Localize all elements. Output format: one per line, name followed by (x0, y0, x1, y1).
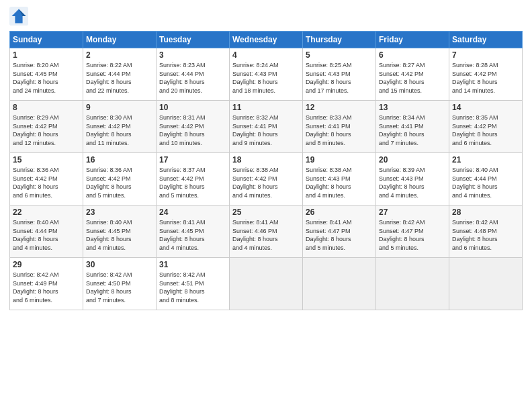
calendar-cell: 8Sunrise: 8:29 AMSunset: 4:42 PMDaylight… (10, 101, 83, 153)
calendar-cell: 3Sunrise: 8:23 AMSunset: 4:44 PMDaylight… (157, 48, 230, 101)
calendar-cell: 23Sunrise: 8:40 AMSunset: 4:45 PMDayligh… (83, 205, 157, 258)
cell-info: Sunrise: 8:42 AMSunset: 4:48 PMDaylight:… (452, 218, 519, 252)
day-number: 3 (159, 50, 226, 60)
week-row-2: 8Sunrise: 8:29 AMSunset: 4:42 PMDaylight… (10, 101, 523, 153)
logo (9, 7, 30, 26)
calendar-cell: 14Sunrise: 8:35 AMSunset: 4:42 PMDayligh… (449, 101, 523, 153)
day-number: 28 (452, 208, 519, 217)
cell-info: Sunrise: 8:38 AMSunset: 4:42 PMDaylight:… (232, 166, 300, 199)
day-number: 17 (159, 155, 226, 165)
day-number: 6 (379, 50, 446, 60)
cell-info: Sunrise: 8:36 AMSunset: 4:42 PMDaylight:… (13, 166, 80, 199)
calendar-cell (449, 258, 523, 310)
week-row-5: 29Sunrise: 8:42 AMSunset: 4:49 PMDayligh… (10, 258, 523, 310)
day-number: 13 (379, 103, 446, 112)
cell-info: Sunrise: 8:41 AMSunset: 4:45 PMDaylight:… (159, 218, 226, 252)
cell-info: Sunrise: 8:31 AMSunset: 4:42 PMDaylight:… (159, 113, 226, 147)
day-number: 7 (452, 50, 519, 60)
cell-info: Sunrise: 8:40 AMSunset: 4:44 PMDaylight:… (13, 218, 80, 252)
cell-info: Sunrise: 8:34 AMSunset: 4:41 PMDaylight:… (379, 113, 446, 147)
calendar-cell: 5Sunrise: 8:25 AMSunset: 4:43 PMDaylight… (303, 48, 376, 101)
calendar-cell: 22Sunrise: 8:40 AMSunset: 4:44 PMDayligh… (10, 205, 83, 258)
calendar-cell: 24Sunrise: 8:41 AMSunset: 4:45 PMDayligh… (157, 205, 230, 258)
cell-info: Sunrise: 8:23 AMSunset: 4:44 PMDaylight:… (159, 61, 226, 95)
cell-info: Sunrise: 8:29 AMSunset: 4:42 PMDaylight:… (13, 113, 80, 147)
calendar-cell: 30Sunrise: 8:42 AMSunset: 4:50 PMDayligh… (83, 258, 157, 310)
week-row-3: 15Sunrise: 8:36 AMSunset: 4:42 PMDayligh… (10, 153, 523, 205)
calendar-cell: 17Sunrise: 8:37 AMSunset: 4:42 PMDayligh… (157, 153, 230, 205)
header (9, 7, 523, 26)
cell-info: Sunrise: 8:40 AMSunset: 4:45 PMDaylight:… (86, 218, 153, 252)
day-number: 14 (452, 103, 519, 112)
cell-info: Sunrise: 8:42 AMSunset: 4:50 PMDaylight:… (86, 271, 153, 304)
cell-info: Sunrise: 8:41 AMSunset: 4:47 PMDaylight:… (306, 218, 373, 252)
cell-info: Sunrise: 8:22 AMSunset: 4:44 PMDaylight:… (86, 61, 153, 95)
calendar-cell (230, 258, 303, 310)
cell-info: Sunrise: 8:35 AMSunset: 4:42 PMDaylight:… (452, 113, 519, 147)
day-number: 22 (13, 208, 80, 217)
day-number: 29 (13, 260, 80, 269)
calendar-cell: 10Sunrise: 8:31 AMSunset: 4:42 PMDayligh… (157, 101, 230, 153)
calendar-cell: 19Sunrise: 8:38 AMSunset: 4:43 PMDayligh… (303, 153, 376, 205)
calendar-cell: 20Sunrise: 8:39 AMSunset: 4:43 PMDayligh… (376, 153, 449, 205)
day-number: 26 (306, 208, 373, 217)
day-number: 16 (86, 155, 153, 165)
cell-info: Sunrise: 8:32 AMSunset: 4:41 PMDaylight:… (232, 113, 300, 147)
cell-info: Sunrise: 8:24 AMSunset: 4:43 PMDaylight:… (232, 61, 300, 95)
day-number: 19 (306, 155, 373, 165)
calendar-cell: 28Sunrise: 8:42 AMSunset: 4:48 PMDayligh… (449, 205, 523, 258)
calendar-cell: 21Sunrise: 8:40 AMSunset: 4:44 PMDayligh… (449, 153, 523, 205)
cell-info: Sunrise: 8:33 AMSunset: 4:41 PMDaylight:… (306, 113, 373, 147)
calendar-cell: 16Sunrise: 8:36 AMSunset: 4:42 PMDayligh… (83, 153, 157, 205)
header-cell-wednesday: Wednesday (230, 32, 303, 48)
cell-info: Sunrise: 8:41 AMSunset: 4:46 PMDaylight:… (232, 218, 300, 252)
day-number: 24 (159, 208, 226, 217)
day-number: 15 (13, 155, 80, 165)
header-cell-friday: Friday (376, 32, 449, 48)
header-cell-saturday: Saturday (449, 32, 523, 48)
cell-info: Sunrise: 8:37 AMSunset: 4:42 PMDaylight:… (159, 166, 226, 199)
day-number: 11 (232, 103, 300, 112)
day-number: 10 (159, 103, 226, 112)
cell-info: Sunrise: 8:39 AMSunset: 4:43 PMDaylight:… (379, 166, 446, 199)
main-container: SundayMondayTuesdayWednesdayThursdayFrid… (0, 0, 532, 316)
calendar-cell: 9Sunrise: 8:30 AMSunset: 4:42 PMDaylight… (83, 101, 157, 153)
week-row-1: 1Sunrise: 8:20 AMSunset: 4:45 PMDaylight… (10, 48, 523, 101)
calendar-cell: 4Sunrise: 8:24 AMSunset: 4:43 PMDaylight… (230, 48, 303, 101)
calendar-cell: 31Sunrise: 8:42 AMSunset: 4:51 PMDayligh… (157, 258, 230, 310)
cell-info: Sunrise: 8:20 AMSunset: 4:45 PMDaylight:… (13, 61, 80, 95)
day-number: 25 (232, 208, 300, 217)
cell-info: Sunrise: 8:42 AMSunset: 4:47 PMDaylight:… (379, 218, 446, 252)
day-number: 8 (13, 103, 80, 112)
day-number: 4 (232, 50, 300, 60)
cell-info: Sunrise: 8:27 AMSunset: 4:42 PMDaylight:… (379, 61, 446, 95)
day-number: 21 (452, 155, 519, 165)
calendar-cell: 27Sunrise: 8:42 AMSunset: 4:47 PMDayligh… (376, 205, 449, 258)
day-number: 30 (86, 260, 153, 269)
header-cell-sunday: Sunday (10, 32, 83, 48)
day-number: 20 (379, 155, 446, 165)
cell-info: Sunrise: 8:38 AMSunset: 4:43 PMDaylight:… (306, 166, 373, 199)
cell-info: Sunrise: 8:28 AMSunset: 4:42 PMDaylight:… (452, 61, 519, 95)
day-number: 23 (86, 208, 153, 217)
calendar-cell: 6Sunrise: 8:27 AMSunset: 4:42 PMDaylight… (376, 48, 449, 101)
day-number: 27 (379, 208, 446, 217)
logo-icon (9, 7, 28, 26)
calendar-cell: 25Sunrise: 8:41 AMSunset: 4:46 PMDayligh… (230, 205, 303, 258)
calendar-cell: 2Sunrise: 8:22 AMSunset: 4:44 PMDaylight… (83, 48, 157, 101)
cell-info: Sunrise: 8:36 AMSunset: 4:42 PMDaylight:… (86, 166, 153, 199)
calendar-cell (376, 258, 449, 310)
day-number: 1 (13, 50, 80, 60)
cell-info: Sunrise: 8:25 AMSunset: 4:43 PMDaylight:… (306, 61, 373, 95)
calendar-cell: 11Sunrise: 8:32 AMSunset: 4:41 PMDayligh… (230, 101, 303, 153)
calendar-cell: 7Sunrise: 8:28 AMSunset: 4:42 PMDaylight… (449, 48, 523, 101)
header-row: SundayMondayTuesdayWednesdayThursdayFrid… (10, 32, 523, 48)
calendar-cell: 13Sunrise: 8:34 AMSunset: 4:41 PMDayligh… (376, 101, 449, 153)
day-number: 12 (306, 103, 373, 112)
day-number: 9 (86, 103, 153, 112)
calendar-cell: 26Sunrise: 8:41 AMSunset: 4:47 PMDayligh… (303, 205, 376, 258)
day-number: 2 (86, 50, 153, 60)
header-cell-tuesday: Tuesday (157, 32, 230, 48)
header-cell-monday: Monday (83, 32, 157, 48)
calendar-cell (303, 258, 376, 310)
